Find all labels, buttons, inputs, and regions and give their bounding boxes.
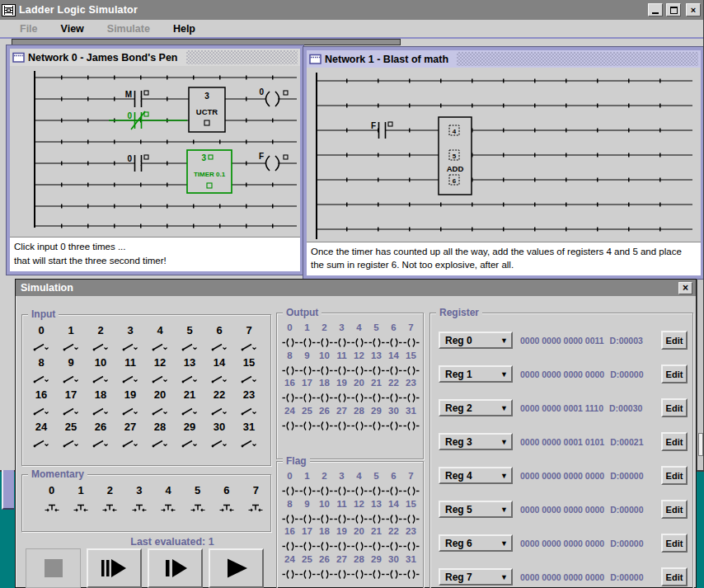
input-switch-icon[interactable] (210, 406, 228, 416)
output-number-label: 13 (368, 350, 385, 365)
flag-coil-icon (368, 541, 385, 552)
input-switch-icon[interactable] (181, 438, 199, 449)
register-select[interactable]: Reg 2▼ (439, 399, 513, 416)
input-switch-icon[interactable] (240, 341, 258, 352)
input-switch-icon[interactable] (151, 374, 169, 384)
flag-coil-icon (282, 541, 298, 552)
maximize-icon[interactable] (666, 3, 681, 16)
momentary-button-icon[interactable] (246, 502, 265, 513)
register-binary-value: 0000 0000 0000 0000 (520, 471, 604, 481)
register-select[interactable]: Reg 5▼ (439, 501, 513, 518)
flag-number-label: 9 (298, 499, 316, 513)
register-edit-button[interactable]: Edit (661, 365, 688, 383)
flag-number-label: 18 (316, 526, 333, 540)
input-switch-icon[interactable] (181, 374, 199, 384)
chevron-down-icon: ▼ (500, 472, 508, 480)
output-number-label: 19 (333, 378, 350, 392)
param-box (144, 112, 148, 116)
flag-coil-icon (351, 541, 368, 552)
register-edit-button[interactable]: Edit (661, 466, 688, 485)
register-select-value: Reg 1 (445, 369, 500, 380)
register-edit-button[interactable]: Edit (661, 432, 688, 451)
close-icon[interactable]: × (686, 3, 701, 16)
input-switch-icon[interactable] (240, 438, 258, 449)
input-number-label: 14 (204, 356, 234, 373)
momentary-button-icon[interactable] (159, 502, 177, 513)
register-edit-button[interactable]: Edit (661, 398, 688, 417)
input-switch-icon[interactable] (92, 406, 110, 416)
input-switch-icon[interactable] (121, 438, 139, 449)
input-number-label: 3 (115, 324, 145, 341)
input-switch-icon[interactable] (62, 406, 80, 416)
input-switch-icon[interactable] (181, 341, 199, 352)
output-coil-icon (282, 393, 298, 403)
momentary-button-icon[interactable] (189, 502, 207, 513)
register-edit-button[interactable]: Edit (661, 534, 688, 553)
input-switch-icon[interactable] (210, 374, 228, 384)
flag-coil-icon (403, 541, 420, 552)
register-select[interactable]: Reg 3▼ (439, 433, 513, 450)
minimize-icon[interactable] (648, 3, 663, 16)
register-select[interactable]: Reg 1▼ (439, 365, 513, 383)
note-line: Once the timer has counted up all the wa… (311, 245, 697, 272)
step-all-button[interactable] (87, 548, 142, 588)
run-button[interactable] (209, 548, 264, 588)
network0-titlebar[interactable]: Network 0 - James Bond's Pen (10, 49, 300, 66)
register-select[interactable]: Reg 4▼ (439, 467, 513, 484)
input-switch-icon[interactable] (32, 341, 50, 352)
input-switch-icon[interactable] (210, 341, 228, 352)
momentary-button-icon[interactable] (43, 502, 61, 513)
register-select-value: Reg 3 (445, 436, 500, 448)
menu-help[interactable]: Help (162, 23, 207, 35)
momentary-number-label: 1 (66, 484, 95, 501)
register-edit-button[interactable]: Edit (661, 500, 688, 519)
input-switch-icon[interactable] (92, 341, 110, 352)
close-icon[interactable]: × (678, 282, 692, 294)
output-coil-icon (351, 421, 368, 431)
input-switch-icon[interactable] (210, 438, 228, 449)
app-titlebar[interactable]: Ladder Logic Simulator × (0, 0, 703, 20)
simulation-titlebar[interactable]: Simulation × (16, 280, 696, 296)
input-switch-icon[interactable] (181, 406, 199, 416)
input-switch-icon[interactable] (121, 374, 139, 384)
register-edit-button[interactable]: Edit (661, 331, 688, 350)
register-group-label: Register (436, 307, 482, 318)
register-select[interactable]: Reg 7▼ (439, 568, 513, 586)
menu-view[interactable]: View (49, 23, 96, 35)
register-edit-button[interactable]: Edit (661, 567, 688, 586)
input-switch-icon[interactable] (151, 438, 169, 449)
input-switch-icon[interactable] (92, 374, 110, 384)
output-number-label: 27 (333, 406, 350, 420)
network1-titlebar[interactable]: Network 1 - Blast of math (307, 50, 701, 68)
input-switch-icon[interactable] (151, 406, 169, 416)
flag-coil-icon (299, 569, 316, 580)
momentary-button-icon[interactable] (72, 502, 90, 513)
input-switch-icon[interactable] (121, 341, 139, 352)
flag-number-label: 13 (368, 499, 385, 513)
output-number-label: 15 (402, 350, 420, 365)
momentary-button-icon[interactable] (101, 502, 119, 513)
input-switch-icon[interactable] (32, 374, 50, 384)
input-switch-icon[interactable] (121, 406, 139, 416)
input-switch-icon[interactable] (240, 406, 258, 416)
input-number-label: 19 (115, 388, 145, 405)
flag-group: Flag 01234567891011121314151617181920212… (276, 461, 424, 588)
momentary-button-icon[interactable] (218, 502, 236, 513)
input-switch-icon[interactable] (62, 374, 80, 384)
input-switch-icon[interactable] (62, 341, 80, 352)
input-switch-icon[interactable] (151, 341, 169, 352)
output-number-label: 0 (281, 322, 298, 336)
input-switch-icon[interactable] (62, 438, 80, 449)
register-select[interactable]: Reg 0▼ (439, 332, 513, 349)
input-switch-icon[interactable] (32, 406, 50, 416)
input-switch-icon[interactable] (92, 438, 110, 449)
contact-nc-label: 0 (127, 111, 132, 120)
input-number-label: 1 (56, 324, 86, 341)
register-select[interactable]: Reg 6▼ (439, 534, 513, 552)
flag-coil-icon (299, 541, 316, 552)
input-number-label: 11 (115, 356, 145, 373)
input-switch-icon[interactable] (32, 438, 50, 449)
step-button[interactable] (148, 548, 203, 588)
momentary-button-icon[interactable] (130, 502, 148, 513)
input-switch-icon[interactable] (240, 374, 258, 384)
